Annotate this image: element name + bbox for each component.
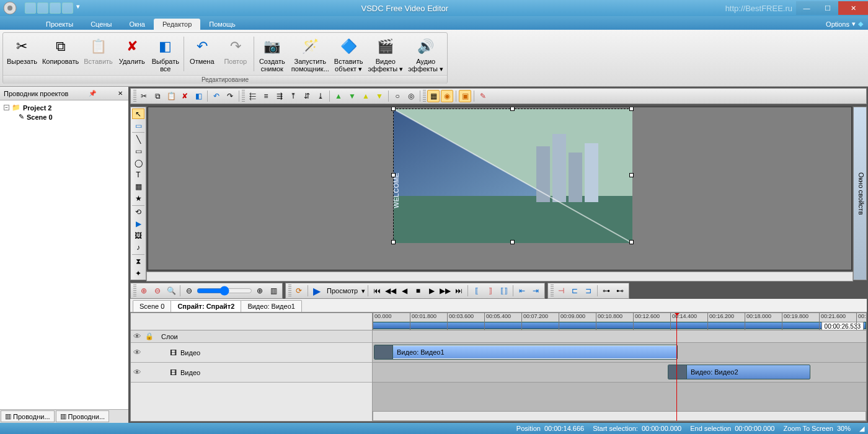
toolbar-grip[interactable] [133, 90, 136, 102]
snapshot-button[interactable]: 📷Создатьснимок [255, 34, 289, 74]
timeline-tracks[interactable]: 00:00:26.533 00.00000:01.80000:03.60000:… [373, 313, 866, 421]
playhead[interactable] [676, 313, 677, 421]
tb-align-left-icon[interactable]: ⬱ [246, 90, 259, 102]
tb-circle1-icon[interactable]: ○ [391, 90, 404, 102]
zoom-out-icon[interactable]: ⊖ [151, 285, 164, 297]
stop-icon[interactable]: ■ [412, 285, 424, 297]
timeline-track-row-1[interactable]: Видео: Видео1 [373, 343, 866, 363]
toolbar-grip[interactable] [242, 90, 245, 102]
trim-left-icon[interactable]: ⊏ [569, 285, 581, 297]
tb-arrow-down-icon[interactable]: ▼ [346, 90, 358, 102]
frame-back-icon[interactable]: ◀ [398, 285, 410, 297]
step-fwd-icon[interactable]: ▶▶ [439, 285, 451, 297]
help-icon[interactable]: ◆ [858, 20, 863, 28]
tl-tab-video[interactable]: Видео: Видео1 [241, 300, 302, 312]
audio-effects-button[interactable]: 🔊Аудиоэффекты ▾ [405, 34, 446, 74]
qat-export-icon[interactable] [62, 2, 73, 14]
tl-tab-sprite[interactable]: Спрайт: Спрайт2 [170, 300, 241, 312]
wizard-button[interactable]: 🪄Запуститьпомощник... [289, 34, 332, 74]
canvas-scrollbar-h[interactable] [146, 272, 853, 281]
lock-column-icon[interactable]: 🔒 [145, 332, 154, 340]
delete-button[interactable]: ✘Удалить [115, 34, 149, 74]
tool-video-icon[interactable]: ▶ [132, 219, 144, 229]
collapse-icon[interactable]: − [4, 105, 9, 110]
timeline-track-row-2[interactable]: Видео: Видео2 [373, 363, 866, 383]
clip-video-1[interactable]: Видео: Видео1 [374, 345, 678, 360]
tb-mode2-icon[interactable]: ◉ [441, 90, 453, 102]
link-icon[interactable]: ⊶ [600, 285, 613, 297]
tb-align-right-icon[interactable]: ⇶ [273, 90, 286, 102]
resize-grip-icon[interactable]: ◢ [859, 425, 864, 433]
insert-object-button[interactable]: 🔷Вставитьобъект ▾ [332, 34, 366, 74]
watermark-link[interactable]: http://BestFREE.ru [725, 4, 796, 13]
track-header-2[interactable]: 👁 🎞 Видео [131, 363, 372, 383]
paste-button[interactable]: 📋Вставить [81, 34, 115, 74]
tb-arrow-up2-icon[interactable]: ▲ [360, 90, 372, 102]
tool-pointer-icon[interactable]: ↖ [132, 108, 144, 119]
tb-align-mid-icon[interactable]: ⇵ [301, 90, 313, 102]
split-icon[interactable]: ⊣ [555, 285, 567, 297]
options-menu[interactable]: Options▾◆ [821, 18, 868, 30]
tb-mode1-icon[interactable]: ▦ [427, 90, 440, 102]
eye-icon[interactable]: 👁 [133, 348, 141, 357]
tool-line-icon[interactable]: ╲ [132, 134, 144, 144]
tool-star-icon[interactable]: ★ [132, 193, 144, 204]
tb-mode3-icon[interactable]: ▣ [459, 90, 471, 102]
tool-counter-icon[interactable]: ⧗ [132, 256, 144, 267]
zoom-in-icon[interactable]: ⊕ [138, 285, 150, 297]
selection-frame[interactable]: WELCOME [393, 108, 632, 242]
tab-editor[interactable]: Редактор [154, 19, 200, 30]
zoom-plus-icon[interactable]: ⊕ [254, 285, 266, 297]
timeline-ruler[interactable]: 00:00:26.533 00.00000:01.80000:03.60000:… [373, 313, 866, 330]
tool-audio-icon[interactable]: ♪ [132, 242, 144, 253]
tool-chart-icon[interactable]: ▦ [132, 182, 144, 192]
tb-select-icon[interactable]: ◧ [192, 90, 205, 102]
tab-projects[interactable]: Проекты [37, 19, 82, 30]
tb-cut-icon[interactable]: ✂ [138, 90, 150, 102]
goto-end-icon[interactable]: ⏭ [453, 285, 465, 297]
toolbar-grip[interactable] [551, 285, 554, 297]
copy-button[interactable]: ⧉Копировать [40, 34, 81, 74]
close-panel-icon[interactable]: ✕ [116, 90, 125, 97]
properties-panel-tab[interactable]: Окно свойств [853, 107, 867, 280]
loop-icon[interactable]: ⟳ [293, 285, 305, 297]
zoom-fit-icon[interactable]: 🔍 [165, 285, 177, 297]
tb-circle2-icon[interactable]: ◎ [405, 90, 417, 102]
explorer-tab-2[interactable]: ▥Проводни... [56, 410, 110, 422]
anchor-right-icon[interactable]: ⇥ [529, 285, 542, 297]
preview-label[interactable]: Просмотр [324, 287, 360, 294]
toolbar-grip[interactable] [133, 285, 136, 297]
chevron-down-icon[interactable]: ▾ [361, 287, 365, 295]
bracket-in-icon[interactable]: ⟦ [471, 285, 483, 297]
bracket-out-icon[interactable]: ⟧ [484, 285, 497, 297]
tree-scene-node[interactable]: ✎ Scene 0 [2, 112, 126, 122]
project-tree[interactable]: − 📁 Project 2 ✎ Scene 0 [0, 100, 128, 409]
tb-delete-icon[interactable]: ✘ [179, 90, 191, 102]
explorer-tab-1[interactable]: ▥Проводни... [1, 410, 55, 422]
eye-icon[interactable]: 👁 [133, 368, 141, 377]
goto-start-icon[interactable]: ⏮ [371, 285, 383, 297]
eye-column-icon[interactable]: 👁 [133, 332, 141, 341]
tool-ellipse-icon[interactable]: ◯ [132, 157, 144, 168]
play-icon[interactable]: ▶ [311, 285, 323, 297]
tb-align-center-icon[interactable]: ≡ [260, 90, 272, 102]
qat-new-icon[interactable] [25, 2, 36, 14]
tb-align-top-icon[interactable]: ⤒ [287, 90, 299, 102]
project-explorer-header[interactable]: Проводник проектов 📌 ✕ [0, 87, 128, 100]
maximize-button[interactable]: ☐ [817, 1, 838, 15]
anchor-left-icon[interactable]: ⇤ [516, 285, 528, 297]
tab-help[interactable]: Помощь [200, 19, 244, 30]
redo-button[interactable]: ↷Повтор [219, 34, 252, 74]
tool-image-icon[interactable]: 🖼 [132, 231, 144, 241]
qat-save-icon[interactable] [50, 2, 61, 14]
tb-arrow-up-icon[interactable]: ▲ [332, 90, 345, 102]
timeline-scrollbar-h[interactable] [373, 411, 866, 421]
zoom-minus-icon[interactable]: ⊖ [183, 285, 195, 297]
tb-copy-icon[interactable]: ⧉ [151, 90, 164, 102]
tb-paste-icon[interactable]: 📋 [165, 90, 177, 102]
tb-pencil-icon[interactable]: ✎ [477, 90, 489, 102]
tb-arrow-down2-icon[interactable]: ▼ [373, 90, 386, 102]
tool-spray-icon[interactable]: ✦ [132, 268, 144, 278]
step-back-icon[interactable]: ◀◀ [384, 285, 397, 297]
tool-rect-icon[interactable]: ▭ [132, 120, 144, 131]
